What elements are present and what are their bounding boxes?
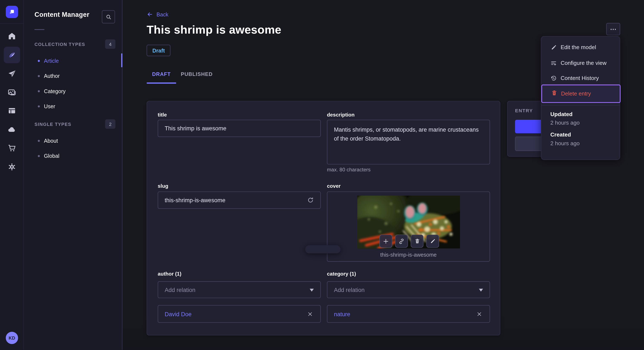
category-field-label: category (1)	[327, 271, 356, 277]
chevron-down-icon	[479, 289, 483, 292]
bullet-icon	[38, 60, 40, 62]
back-link[interactable]: Back	[146, 11, 168, 18]
bottom-floating-widget[interactable]	[305, 245, 340, 253]
menu-item-configure-view[interactable]: Configure the view	[541, 55, 620, 70]
gear-icon[interactable]	[4, 159, 20, 175]
single-types-count-badge: 2	[105, 119, 116, 129]
menu-item-label: Configure the view	[560, 60, 606, 66]
active-tab-underline	[146, 82, 176, 84]
pencil-icon	[430, 238, 436, 244]
configure-icon	[550, 60, 557, 66]
menu-item-edit-model[interactable]: Edit the model	[541, 40, 620, 55]
sidebar-item-global[interactable]: Global	[34, 150, 115, 162]
cover-field-label: cover	[327, 183, 340, 189]
created-label: Created	[550, 132, 571, 138]
pencil-icon	[550, 44, 557, 50]
app-window: KD Content Manager COLLECTION TYPES 4 Ar…	[0, 0, 644, 350]
more-actions-menu: Edit the model Configure the view Conten…	[541, 36, 620, 160]
home-icon[interactable]	[4, 28, 20, 44]
copy-link-button[interactable]	[395, 234, 408, 248]
cover-filename: this-shrimp-is-awesome	[327, 252, 490, 258]
avatar[interactable]: KD	[6, 332, 18, 344]
status-badge: Draft	[146, 45, 170, 56]
bullet-icon	[38, 140, 40, 142]
arrow-left-icon	[146, 11, 153, 18]
cloud-icon[interactable]	[4, 121, 20, 138]
remove-author-relation-button[interactable]	[306, 309, 314, 318]
bullet-icon	[38, 75, 40, 77]
tab-draft[interactable]: DRAFT	[146, 70, 176, 79]
more-actions-button[interactable]: ⋯	[606, 23, 620, 35]
tab-published[interactable]: PUBLISHED	[176, 70, 217, 79]
slug-field-label: slug	[158, 183, 168, 189]
sidebar-item-author[interactable]: Author	[34, 70, 115, 82]
sidebar-item-label: About	[44, 138, 58, 144]
link-icon	[398, 238, 405, 244]
avatar-initials: KD	[9, 336, 15, 341]
title-field-label: title	[158, 112, 167, 118]
menu-item-delete-entry[interactable]: Delete entry	[541, 84, 620, 103]
bullet-icon	[38, 90, 40, 92]
category-relation-placeholder: Add relation	[334, 286, 364, 293]
search-button[interactable]	[102, 10, 115, 23]
sidebar-item-category[interactable]: Category	[34, 85, 115, 97]
media-library-icon[interactable]	[4, 84, 20, 100]
sidebar-item-article[interactable]: Article	[34, 54, 115, 67]
send-icon[interactable]	[4, 66, 20, 82]
menu-item-content-history[interactable]: Content History	[541, 71, 620, 86]
bullet-icon	[38, 155, 40, 157]
add-media-button[interactable]	[380, 234, 392, 248]
category-relation-select[interactable]: Add relation	[327, 281, 490, 298]
cover-field: this-shrimp-is-awesome	[327, 191, 490, 262]
menu-item-label: Delete entry	[561, 91, 591, 97]
menu-item-label: Content History	[560, 75, 599, 81]
sidebar-item-label: Global	[44, 153, 59, 159]
sidebar-item-user[interactable]: User	[34, 100, 115, 113]
created-value: 2 hours ago	[550, 140, 580, 147]
trash-icon	[414, 238, 420, 244]
chevron-down-icon	[310, 289, 314, 292]
author-relation-link[interactable]: David Doe	[164, 311, 192, 317]
history-icon	[550, 75, 557, 81]
description-field-label: description	[327, 112, 354, 118]
category-relation-link[interactable]: nature	[334, 311, 350, 317]
page-title: This shrimp is awesome	[146, 23, 281, 37]
delete-media-button[interactable]	[411, 234, 424, 248]
entry-panel-label: ENTRY	[515, 108, 533, 113]
regenerate-slug-button[interactable]	[307, 197, 314, 203]
sidebar-item-label: Article	[44, 58, 59, 64]
slug-input[interactable]	[158, 191, 321, 209]
plus-icon	[383, 238, 389, 244]
content-manager-feather-icon[interactable]	[4, 47, 20, 63]
cart-icon[interactable]	[4, 140, 20, 156]
updated-label: Updated	[550, 111, 572, 117]
author-relation-select[interactable]: Add relation	[158, 281, 321, 298]
collection-types-count-badge: 4	[105, 39, 116, 49]
layout-icon[interactable]	[4, 103, 20, 119]
strapi-logo-icon	[8, 8, 16, 16]
category-relation-item: nature	[327, 305, 490, 323]
title-input[interactable]	[158, 120, 321, 137]
sidebar-item-about[interactable]: About	[34, 135, 115, 147]
back-label: Back	[156, 11, 168, 17]
section-collection-types-label: COLLECTION TYPES	[34, 42, 85, 47]
author-field-label: author (1)	[158, 271, 182, 277]
bullet-icon	[38, 105, 40, 107]
description-hint: max. 80 characters	[327, 167, 370, 173]
content-manager-subnav: Content Manager COLLECTION TYPES 4 Artic…	[24, 0, 122, 350]
close-icon	[307, 311, 313, 317]
strapi-logo[interactable]	[6, 6, 18, 18]
refresh-icon	[307, 197, 314, 203]
description-textarea[interactable]: Mantis shrimps, or stomatopods, are mari…	[327, 120, 490, 164]
subnav-divider	[34, 29, 44, 30]
remove-category-relation-button[interactable]	[475, 309, 484, 318]
active-item-indicator	[121, 53, 122, 67]
updated-value: 2 hours ago	[550, 120, 580, 126]
sidebar-item-label: User	[44, 103, 55, 109]
edit-media-button[interactable]	[426, 234, 439, 248]
entry-form-card: title description Mantis shrimps, or sto…	[146, 101, 500, 335]
section-single-types-label: SINGLE TYPES	[34, 122, 71, 127]
main-content: Back This shrimp is awesome Draft DRAFT …	[122, 0, 644, 350]
trash-icon	[551, 90, 557, 98]
menu-item-label: Edit the model	[560, 44, 596, 50]
